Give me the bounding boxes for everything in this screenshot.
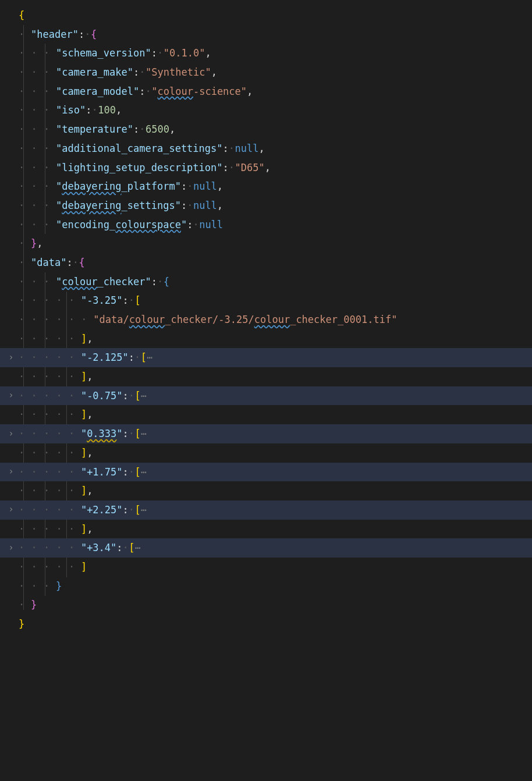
fold-chevron-icon[interactable]: › — [6, 386, 16, 405]
json-value: null — [235, 143, 259, 154]
json-key: -3.25 — [87, 294, 116, 306]
json-key: temperature — [62, 123, 127, 135]
json-value: null — [193, 200, 217, 211]
json-value: 100 — [98, 104, 116, 116]
code-content: { · "header":·{ · · · "schema_version":·… — [19, 6, 532, 634]
json-key: data — [37, 257, 61, 268]
fold-chevron-icon[interactable]: › — [6, 348, 16, 367]
fold-chevron-icon[interactable]: › — [6, 462, 16, 481]
folded-ellipsis-icon[interactable]: ⋯ — [141, 504, 147, 516]
json-value: 6500 — [146, 123, 169, 135]
folded-ellipsis-icon[interactable]: ⋯ — [141, 428, 147, 439]
folded-ellipsis-icon[interactable]: ⋯ — [135, 542, 141, 553]
json-key: schema_version — [62, 47, 145, 59]
fold-chevron-icon[interactable]: › — [6, 500, 16, 519]
json-key: -0.75 — [87, 390, 116, 402]
json-key: iso — [62, 104, 80, 116]
json-key: +1.75 — [87, 466, 116, 478]
fold-chevron-icon[interactable]: › — [6, 538, 16, 558]
json-key: additional_camera_settings — [62, 143, 217, 154]
json-value: Synthetic — [151, 66, 205, 78]
folded-ellipsis-icon[interactable]: ⋯ — [141, 390, 147, 402]
json-key: -2.125 — [87, 352, 122, 363]
json-key: 0.333 — [87, 428, 116, 439]
json-key: header — [37, 29, 72, 40]
json-value: null — [193, 180, 217, 192]
fold-chevron-icon[interactable]: › — [6, 424, 16, 443]
json-value: null — [199, 219, 223, 230]
json-key: lighting_setup_description — [62, 162, 217, 173]
folded-ellipsis-icon[interactable]: ⋯ — [141, 466, 147, 478]
folded-ellipsis-icon[interactable]: ⋯ — [147, 352, 152, 363]
json-key: +2.25 — [87, 504, 116, 516]
code-editor[interactable]: › › › › › › { · "header":·{ · · · "schem… — [0, 0, 532, 781]
json-value: D65 — [241, 162, 259, 173]
json-key: +3.4 — [87, 542, 111, 553]
json-key: camera_model — [62, 86, 133, 97]
json-key: camera_make — [62, 66, 127, 78]
json-value: 0.1.0 — [169, 47, 199, 59]
